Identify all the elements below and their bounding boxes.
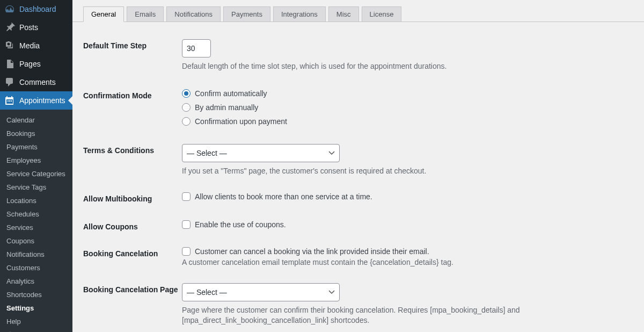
sidebar-item-media[interactable]: Media [0, 37, 72, 55]
select-cancel-page[interactable]: — Select — [182, 283, 340, 301]
sidebar-item-posts[interactable]: Posts [0, 18, 72, 37]
label-coupons: Allow Coupons [83, 220, 182, 231]
settings-form: Default Time Step Default length of the … [72, 22, 644, 332]
row-booking-cancel: Booking Cancelation Customer can cancel … [83, 237, 633, 275]
sub-coupons[interactable]: Coupons [0, 234, 72, 248]
sidebar-label: Dashboard [19, 5, 56, 13]
row-default-time-step: Default Time Step Default length of the … [83, 33, 633, 78]
label-default-time-step: Default Time Step [83, 39, 182, 50]
sub-help[interactable]: Help [0, 315, 72, 328]
sub-payments[interactable]: Payments [0, 140, 72, 154]
sub-customers[interactable]: Customers [0, 261, 72, 275]
sub-shortcodes[interactable]: Shortcodes [0, 288, 72, 301]
desc-booking-cancel: A customer cancelation email template mu… [182, 257, 633, 268]
checkbox-multibooking[interactable]: Allow clients to book more than one serv… [182, 192, 633, 201]
checkbox-input[interactable] [182, 192, 191, 201]
label-multibooking: Allow Multibooking [83, 192, 182, 203]
row-confirmation-mode: Confirmation Mode Confirm automatically … [83, 78, 633, 132]
sub-extensions[interactable]: Extensions [0, 328, 72, 332]
label-terms: Terms & Conditions [83, 144, 182, 155]
tab-general[interactable]: General [83, 6, 124, 22]
sidebar-item-appointments[interactable]: Appointments [0, 91, 72, 110]
radio-confirm-payment[interactable]: Confirmation upon payment [182, 117, 633, 126]
sub-calendar[interactable]: Calendar [0, 113, 72, 127]
checkbox-input[interactable] [182, 247, 191, 256]
row-cancel-page: Booking Cancelation Page — Select — Page… [83, 275, 633, 332]
sidebar-label: Comments [19, 78, 56, 86]
sidebar-submenu: Calendar Bookings Payments Employees Ser… [0, 110, 72, 332]
sidebar-label: Posts [19, 23, 38, 32]
sub-locations[interactable]: Locations [0, 194, 72, 207]
tab-misc[interactable]: Misc [328, 6, 359, 22]
calendar-icon [4, 95, 15, 106]
pages-icon [4, 59, 15, 69]
comments-icon [4, 77, 15, 88]
radio-confirm-auto[interactable]: Confirm automatically [182, 89, 633, 98]
media-icon [4, 40, 15, 51]
radio-input[interactable] [182, 89, 191, 98]
sidebar-label: Appointments [19, 96, 65, 105]
sub-notifications[interactable]: Notifications [0, 248, 72, 261]
tab-notifications[interactable]: Notifications [166, 6, 221, 22]
row-terms: Terms & Conditions — Select — If you set… [83, 132, 633, 183]
tab-license[interactable]: License [362, 6, 402, 22]
pin-icon [4, 22, 15, 33]
tabs-nav: General Emails Notifications Payments In… [72, 0, 644, 22]
desc-cancel-page: Page where the customer can confirm thei… [182, 305, 633, 326]
sub-analytics[interactable]: Analytics [0, 275, 72, 288]
sidebar-label: Media [19, 41, 40, 50]
sub-bookings[interactable]: Bookings [0, 127, 72, 140]
desc-default-time-step: Default length of the time slot step, wh… [182, 61, 633, 72]
sidebar-label: Pages [19, 60, 41, 68]
sidebar-item-dashboard[interactable]: Dashboard [0, 0, 72, 18]
tab-emails[interactable]: Emails [127, 6, 164, 22]
sub-service-categories[interactable]: Service Categories [0, 167, 72, 181]
select-terms[interactable]: — Select — [182, 144, 340, 162]
sub-settings[interactable]: Settings [0, 301, 72, 315]
sub-employees[interactable]: Employees [0, 154, 72, 167]
label-confirmation-mode: Confirmation Mode [83, 89, 182, 100]
label-cancel-page: Booking Cancelation Page [83, 283, 182, 294]
checkbox-input[interactable] [182, 220, 191, 229]
sidebar-item-pages[interactable]: Pages [0, 55, 72, 73]
tab-integrations[interactable]: Integrations [273, 6, 326, 22]
sidebar-item-comments[interactable]: Comments [0, 73, 72, 91]
radio-input[interactable] [182, 117, 191, 126]
tab-payments[interactable]: Payments [223, 6, 270, 22]
row-coupons: Allow Coupons Enable the use of coupons. [83, 210, 633, 237]
row-multibooking: Allow Multibooking Allow clients to book… [83, 183, 633, 210]
sub-schedules[interactable]: Schedules [0, 207, 72, 221]
checkbox-coupons[interactable]: Enable the use of coupons. [182, 220, 633, 229]
radio-input[interactable] [182, 103, 191, 112]
sub-services[interactable]: Services [0, 221, 72, 234]
sub-service-tags[interactable]: Service Tags [0, 181, 72, 194]
checkbox-booking-cancel[interactable]: Customer can cancel a booking via the li… [182, 247, 633, 256]
label-booking-cancel: Booking Cancelation [83, 247, 182, 258]
main-content: General Emails Notifications Payments In… [72, 0, 644, 332]
admin-sidebar: Dashboard Posts Media Pages Comments App… [0, 0, 72, 332]
radio-confirm-admin[interactable]: By admin manually [182, 103, 633, 112]
dashboard-icon [4, 4, 15, 15]
input-default-time-step[interactable] [182, 39, 211, 57]
desc-terms: If you set a "Terms" page, the customer'… [182, 166, 633, 177]
